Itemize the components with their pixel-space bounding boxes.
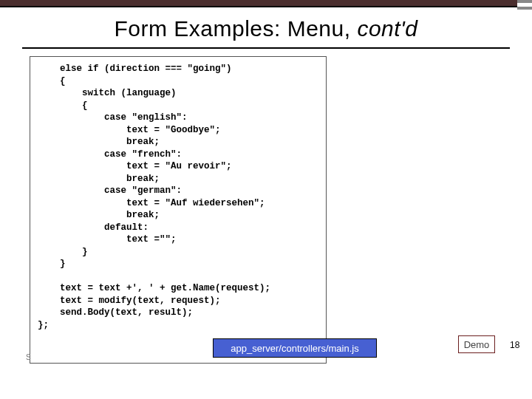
top-edge-stub-1: [517, 0, 532, 3]
slide-title: Form Examples: Menu, cont'd: [0, 16, 532, 41]
title-italic: cont'd: [357, 16, 417, 41]
title-text: Form Examples: Menu,: [114, 16, 357, 41]
slide: Form Examples: Menu, cont'd else if (dir…: [0, 0, 532, 399]
demo-link[interactable]: Demo: [458, 335, 495, 353]
file-path-callout: app_server/controllers/main.js: [213, 338, 377, 358]
top-edge-stub-2: [517, 7, 532, 10]
code-box: else if (direction === "going") { switch…: [30, 56, 327, 364]
footer-partial: S: [26, 353, 31, 361]
file-path-text: app_server/controllers/main.js: [231, 343, 358, 354]
demo-label: Demo: [464, 339, 490, 350]
code-content: else if (direction === "going") { switch…: [38, 63, 318, 331]
title-underline: [22, 47, 510, 49]
top-accent-bar: [0, 0, 517, 7]
page-number: 18: [510, 340, 519, 350]
